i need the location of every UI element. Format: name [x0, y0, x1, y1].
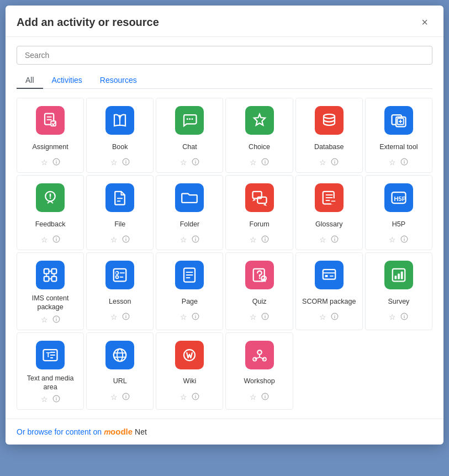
external-tool-info-button[interactable]	[400, 158, 408, 167]
assignment-info-button[interactable]	[52, 158, 60, 167]
svg-rect-65	[44, 269, 49, 274]
svg-point-10	[125, 160, 126, 161]
folder-star-button[interactable]: ☆	[180, 236, 187, 244]
item-h5p: H5PH5P☆	[365, 175, 432, 250]
database-info-button[interactable]	[331, 158, 339, 167]
item-workshop: Workshop☆	[225, 332, 293, 410]
lesson-star-button[interactable]: ☆	[110, 313, 118, 321]
item-choice: Choice☆	[225, 98, 293, 173]
svg-point-20	[324, 114, 335, 119]
scorm-star-button[interactable]: ☆	[319, 313, 326, 321]
tab-resources[interactable]: Resources	[91, 72, 146, 89]
lesson-info-button[interactable]	[122, 313, 130, 321]
choice-label: Choice	[249, 139, 270, 155]
search-input[interactable]	[17, 46, 432, 65]
svg-rect-67	[44, 277, 49, 282]
wiki-actions: ☆	[180, 393, 199, 401]
wiki-star-button[interactable]: ☆	[180, 393, 187, 401]
svg-point-42	[125, 237, 126, 238]
choice-icon	[245, 106, 274, 135]
database-star-button[interactable]: ☆	[319, 158, 326, 166]
book-info-button[interactable]	[122, 158, 130, 167]
feedback-actions: ☆	[41, 235, 60, 244]
svg-rect-76	[114, 269, 126, 282]
book-actions: ☆	[110, 158, 130, 167]
choice-info-button[interactable]	[261, 158, 269, 167]
feedback-label: Feedback	[35, 216, 66, 232]
h5p-star-button[interactable]: ☆	[389, 236, 396, 244]
svg-point-50	[265, 237, 265, 238]
external-tool-star-button[interactable]: ☆	[389, 158, 396, 166]
item-database: Database☆	[295, 98, 363, 173]
scorm-info-button[interactable]	[331, 313, 339, 321]
text-media-info-button[interactable]	[52, 395, 60, 404]
item-survey: Survey☆	[365, 252, 432, 330]
database-icon	[315, 106, 344, 135]
file-icon	[105, 183, 134, 212]
survey-star-button[interactable]: ☆	[389, 313, 396, 321]
tab-all[interactable]: All	[17, 72, 43, 89]
forum-star-button[interactable]: ☆	[250, 236, 257, 244]
tab-activities[interactable]: Activities	[43, 72, 91, 89]
page-star-button[interactable]: ☆	[180, 313, 187, 321]
feedback-info-button[interactable]	[52, 235, 60, 244]
item-glossary: Glossary☆	[295, 175, 363, 250]
svg-rect-105	[394, 276, 397, 279]
folder-actions: ☆	[180, 235, 199, 244]
assignment-actions: ☆	[41, 158, 60, 167]
svg-rect-97	[323, 269, 335, 279]
svg-point-90	[195, 315, 196, 315]
page-label: Page	[182, 294, 198, 309]
survey-label: Survey	[388, 294, 409, 309]
text-media-actions: ☆	[41, 395, 60, 404]
glossary-info-button[interactable]	[331, 235, 339, 244]
quiz-label: Quiz	[252, 294, 267, 309]
file-info-button[interactable]	[122, 235, 130, 244]
quiz-star-button[interactable]: ☆	[250, 313, 257, 321]
wiki-icon	[175, 341, 204, 369]
choice-star-button[interactable]: ☆	[250, 158, 257, 166]
item-scorm: SCORM package☆	[295, 252, 363, 330]
forum-info-button[interactable]	[261, 235, 269, 244]
forum-label: Forum	[250, 216, 270, 232]
ims-info-button[interactable]	[52, 315, 60, 324]
svg-point-83	[125, 315, 126, 315]
folder-label: Folder	[180, 216, 199, 232]
workshop-star-button[interactable]: ☆	[250, 393, 257, 401]
ims-star-button[interactable]: ☆	[41, 316, 48, 324]
item-book: Book☆	[86, 98, 154, 173]
svg-rect-106	[398, 274, 400, 279]
workshop-actions: ☆	[250, 393, 269, 401]
chat-star-button[interactable]: ☆	[180, 158, 187, 166]
external-tool-icon	[384, 106, 413, 135]
text-media-icon: T	[36, 341, 65, 369]
page-info-button[interactable]	[192, 313, 199, 321]
ims-icon	[36, 261, 65, 289]
file-star-button[interactable]: ☆	[110, 236, 118, 244]
chat-label: Chat	[182, 139, 197, 155]
item-folder: Folder☆	[156, 175, 223, 250]
assignment-star-button[interactable]: ☆	[41, 158, 48, 166]
quiz-info-button[interactable]	[261, 313, 269, 321]
chat-info-button[interactable]	[192, 158, 199, 167]
feedback-star-button[interactable]: ☆	[41, 236, 48, 244]
folder-info-button[interactable]	[192, 235, 199, 244]
close-button[interactable]: ×	[417, 14, 432, 30]
glossary-star-button[interactable]: ☆	[319, 236, 326, 244]
text-media-star-button[interactable]: ☆	[41, 395, 48, 403]
workshop-info-button[interactable]	[261, 393, 269, 401]
moodlenet-link[interactable]: Or browse for content on 𝘮oodleNet	[17, 427, 147, 437]
svg-point-6	[56, 160, 56, 161]
url-info-button[interactable]	[122, 393, 130, 401]
scorm-label: SCORM package	[302, 294, 356, 309]
url-star-button[interactable]: ☆	[110, 393, 118, 401]
wiki-info-button[interactable]	[192, 393, 199, 401]
svg-point-78	[116, 276, 119, 278]
book-icon	[105, 106, 134, 135]
svg-text:H5P: H5P	[394, 195, 406, 202]
svg-point-129	[195, 394, 196, 395]
h5p-info-button[interactable]	[400, 235, 408, 244]
quiz-icon	[245, 261, 274, 289]
book-star-button[interactable]: ☆	[110, 158, 118, 166]
survey-info-button[interactable]	[400, 313, 408, 321]
